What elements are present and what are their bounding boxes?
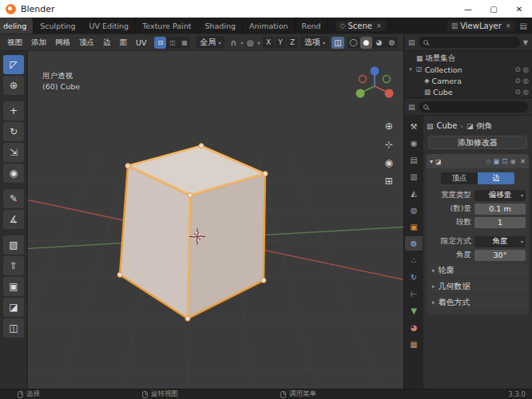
tab-object[interactable]: ▣ [405, 219, 423, 234]
gizmo-y-negative[interactable] [383, 76, 391, 83]
tool-tweak-select[interactable]: ◸ [3, 55, 24, 74]
cube-object[interactable] [117, 144, 268, 321]
tool-transform[interactable]: ◉ [3, 164, 24, 183]
camera-visibility-icon[interactable]: ◎ [523, 77, 529, 85]
add-modifier-button[interactable]: 添加修改器 [428, 136, 527, 149]
outliner-search-input[interactable] [419, 37, 520, 48]
maximize-button[interactable]: ▢ [481, 0, 506, 18]
tool-scale[interactable]: ⇲ [3, 143, 24, 162]
gizmo-x-axis[interactable] [385, 89, 394, 98]
view-layer-clear-icon[interactable]: ✕ [506, 22, 511, 30]
collection-checkbox-icon[interactable]: ☑ [416, 65, 423, 73]
close-button[interactable]: ✕ [506, 0, 532, 18]
vertex-select-mode-button[interactable]: ⊡ [154, 37, 166, 49]
tab-object-data[interactable]: ▼ [405, 303, 423, 318]
segments-value-field[interactable]: 1 [474, 217, 526, 228]
outliner-row-collection[interactable]: ▾ ☑ Collection ⊙ ◎ [407, 64, 529, 75]
tool-add-cube[interactable]: ▧ [3, 235, 24, 255]
section-profile[interactable]: ▸ 轮廓 [428, 264, 527, 277]
menu-view[interactable]: 视图 [3, 36, 26, 49]
workspace-tab-sculpting[interactable]: Sculpting [34, 18, 82, 34]
workspace-tab-animation[interactable]: Animation [243, 18, 295, 34]
proportional-editing-icon[interactable]: ◎ [244, 37, 256, 49]
angle-value-field[interactable]: 30° [474, 250, 526, 261]
menu-edge[interactable]: 边 [99, 36, 115, 49]
outliner-editor-type-icon[interactable]: ▤ [408, 38, 415, 46]
menu-mesh[interactable]: 网格 [51, 36, 74, 49]
properties-editor-type-icon[interactable]: ▤ [408, 103, 415, 111]
menu-add[interactable]: 添加 [27, 36, 50, 49]
zoom-icon[interactable]: ⊕ [385, 121, 393, 131]
toggle-render-icon[interactable]: ◉ [510, 157, 515, 165]
viewport-canvas[interactable] [28, 51, 403, 389]
outliner-row-cube[interactable]: ▧ Cube ⊙ ◎ [415, 86, 529, 97]
menu-face[interactable]: 面 [116, 36, 132, 49]
expand-arrow-icon[interactable]: ▾ [407, 66, 414, 73]
viewport-3d[interactable]: 用户透视 (60) Cube ⊕ ⊹ ◉ ⊞ [28, 51, 403, 389]
transform-orientation-dropdown[interactable]: 全局 ▾ [196, 36, 224, 49]
eye-visibility-icon[interactable]: ⊙ [514, 65, 520, 73]
tool-inset-faces[interactable]: ▣ [3, 277, 24, 296]
gizmo-x-negative[interactable] [359, 76, 367, 83]
workspace-tab-modeling[interactable]: deling [0, 18, 34, 34]
properties-search-input[interactable] [419, 101, 528, 113]
limit-method-dropdown[interactable]: 角度 ▾ [474, 236, 526, 247]
shading-solid-icon[interactable]: ● [360, 37, 372, 49]
toggle-edit-mode-icon[interactable]: ▣ [493, 157, 499, 165]
affect-edges-tab[interactable]: 边 [478, 172, 514, 184]
scene-clear-icon[interactable]: ✕ [376, 22, 382, 30]
tab-material[interactable]: ◕ [405, 320, 423, 334]
tab-output[interactable]: ▤ [405, 152, 423, 167]
edge-select-mode-button[interactable]: ◫ [166, 37, 178, 49]
gizmo-z-axis[interactable] [371, 67, 379, 76]
breadcrumb-modifier[interactable]: 倒角 [476, 120, 492, 132]
outliner-row-scene-collection[interactable]: ▦ 场景集合 [407, 53, 529, 64]
shading-rendered-icon[interactable]: ◍ [386, 37, 398, 49]
camera-visibility-icon[interactable]: ◎ [523, 65, 529, 73]
shading-material-icon[interactable]: ◕ [373, 37, 385, 49]
snap-magnet-icon[interactable]: ∩ [227, 37, 240, 49]
tab-modifiers[interactable]: ⚙ [405, 236, 423, 251]
ortho-toggle-icon[interactable]: ⊞ [385, 176, 393, 186]
camera-visibility-icon[interactable]: ◎ [523, 88, 529, 96]
tab-particles[interactable]: ∴ [405, 253, 423, 267]
eye-visibility-icon[interactable]: ⊙ [514, 77, 520, 85]
affect-vertices-tab[interactable]: 顶点 [441, 172, 478, 184]
tool-loop-cut[interactable]: ◫ [3, 318, 24, 338]
tool-cursor[interactable]: ⊕ [3, 76, 24, 95]
tab-physics[interactable]: ↻ [405, 270, 423, 284]
tab-tool[interactable]: ⚒ [405, 119, 423, 133]
menu-vertex[interactable]: 顶点 [75, 36, 98, 49]
face-select-mode-button[interactable]: ▦ [178, 37, 190, 49]
pan-hand-icon[interactable]: ⊹ [385, 140, 393, 149]
symmetry-x-button[interactable]: X [263, 37, 274, 49]
tab-render[interactable]: ◉ [405, 136, 423, 150]
toggle-realtime-icon[interactable]: ⊡ [502, 157, 507, 165]
tab-view-layer[interactable]: ▥ [405, 169, 423, 184]
gizmo-y-axis[interactable] [356, 89, 365, 98]
symmetry-z-button[interactable]: Z [287, 37, 298, 49]
tool-extrude[interactable]: ⇧ [3, 256, 24, 275]
workspace-tab-texture-paint[interactable]: Texture Paint [136, 18, 198, 34]
symmetry-y-button[interactable]: Y [275, 37, 286, 49]
tool-rotate[interactable]: ↻ [3, 122, 24, 141]
tool-bevel[interactable]: ◪ [3, 298, 24, 317]
view-layer-selector[interactable]: ▥ ViewLayer ✕ [447, 21, 515, 31]
outliner-row-camera[interactable]: ◈ Camera ⊙ ◎ [415, 75, 529, 86]
workspace-tab-shading[interactable]: Shading [198, 18, 243, 34]
workspace-tab-rendering[interactable]: Rend [296, 18, 328, 34]
tab-scene[interactable]: ◭ [405, 186, 423, 200]
section-shading[interactable]: ▸ 着色方式 [428, 296, 527, 309]
proportional-dropdown-icon[interactable]: ▾ [257, 40, 260, 45]
section-geometry[interactable]: ▸ 几何数据 [428, 280, 527, 293]
options-dropdown[interactable]: 选项 ▾ [300, 36, 329, 49]
modifier-panel-header[interactable]: ▾ ◪ ◇ ▣ ⊡ ◉ ✕ [427, 154, 529, 168]
breadcrumb-object[interactable]: Cube [437, 121, 458, 130]
eye-visibility-icon[interactable]: ⊙ [514, 88, 520, 96]
tool-measure[interactable]: ∡ [3, 210, 24, 229]
tab-world[interactable]: ◍ [405, 203, 423, 217]
amount-value-field[interactable]: 0.1 m [474, 203, 526, 215]
snap-dropdown-icon[interactable]: ▾ [240, 40, 243, 45]
workspace-tab-uv-editing[interactable]: UV Editing [83, 18, 137, 34]
tab-texture[interactable]: ▦ [405, 337, 423, 351]
